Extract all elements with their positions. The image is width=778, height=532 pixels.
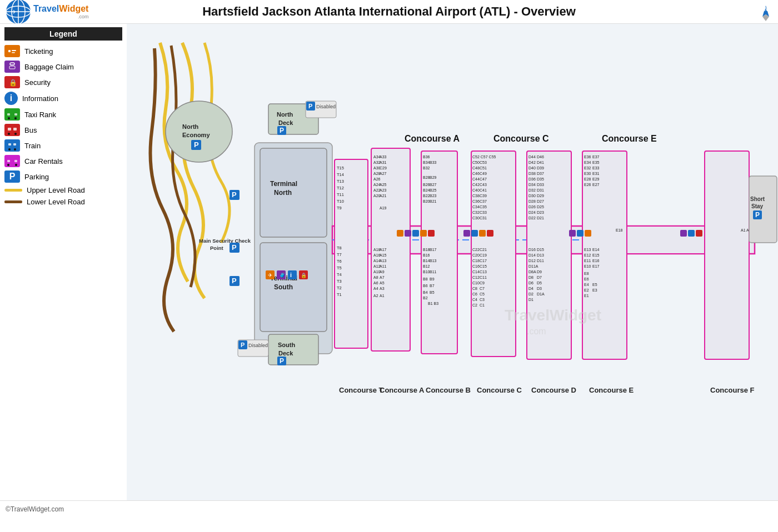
svg-rect-309 (412, 230, 419, 237)
svg-text:C42: C42 (472, 183, 480, 187)
svg-text:North: North (182, 123, 199, 130)
svg-text:A21: A21 (380, 194, 387, 198)
svg-text:A13: A13 (380, 259, 387, 263)
train-icon (4, 139, 20, 152)
svg-text:C8: C8 (472, 287, 477, 290)
svg-text:D29: D29 (537, 194, 544, 198)
svg-text:B20: B20 (423, 199, 430, 203)
svg-text:Point: Point (210, 245, 224, 251)
svg-text:N: N (764, 6, 768, 12)
svg-text:E35: E35 (592, 160, 600, 164)
svg-text:C47: C47 (480, 177, 487, 181)
svg-text:B5: B5 (430, 290, 435, 294)
svg-rect-316 (569, 230, 576, 237)
ticketing-icon (4, 45, 20, 57)
svg-text:D25: D25 (537, 205, 544, 209)
copyright-text: ©TravelWidget.com (6, 505, 64, 513)
legend-item-lower-road: Lower Level Road (4, 197, 122, 207)
svg-text:B27: B27 (430, 183, 437, 187)
svg-text:D36: D36 (528, 177, 536, 181)
svg-text:✈: ✈ (268, 272, 272, 278)
svg-text:Concourse F: Concourse F (710, 386, 755, 394)
svg-text:🔒: 🔒 (301, 272, 307, 279)
baggage-icon (4, 61, 20, 73)
upper-road-label: Upper Level Road (27, 186, 85, 194)
svg-text:C36: C36 (472, 199, 480, 203)
svg-point-32 (8, 148, 11, 150)
legend-item-ticketing: Ticketing (4, 44, 122, 58)
svg-point-20 (8, 117, 10, 119)
svg-text:C40: C40 (472, 188, 480, 192)
legend-item-baggage: Baggage Claim (4, 59, 122, 74)
taxi-label: Taxi Rank (24, 111, 56, 119)
page-title: Hartsfield Jackson Atlanta International… (202, 4, 576, 19)
information-label: Information (22, 94, 58, 103)
svg-text:C32: C32 (472, 210, 480, 214)
svg-text:D13: D13 (537, 253, 544, 257)
svg-text:C53: C53 (480, 160, 487, 164)
svg-text:C7: C7 (480, 287, 485, 290)
svg-text:E31: E31 (592, 172, 600, 175)
svg-text:D22: D22 (528, 216, 536, 220)
legend-item-bus: Bus (4, 123, 122, 137)
svg-rect-36 (7, 160, 10, 162)
svg-text:B28: B28 (423, 175, 430, 179)
svg-text:B6: B6 (423, 284, 428, 288)
legend-item-parking: P Parking (4, 169, 122, 184)
svg-text:D1: D1 (528, 298, 533, 302)
svg-text:Concourse E: Concourse E (602, 134, 657, 143)
svg-rect-311 (428, 230, 435, 237)
lower-road-label: Lower Level Road (27, 198, 85, 206)
upper-road-line (4, 189, 22, 192)
svg-text:A9: A9 (380, 270, 385, 274)
svg-text:C10: C10 (472, 281, 480, 285)
svg-text:C3: C3 (480, 298, 485, 302)
svg-rect-319 (680, 230, 687, 237)
logo-area: ✈ TravelWidget .com (6, 0, 88, 24)
svg-text:Concourse D: Concourse D (531, 386, 576, 394)
svg-text:C44: C44 (472, 177, 480, 181)
svg-text:B10: B10 (423, 270, 430, 274)
svg-text:T12: T12 (337, 185, 344, 190)
svg-text:E15: E15 (592, 253, 600, 257)
svg-text:D1A: D1A (537, 292, 545, 296)
svg-text:P: P (194, 140, 199, 149)
svg-rect-287 (705, 151, 749, 359)
svg-text:D16: D16 (528, 248, 536, 252)
svg-rect-25 (8, 128, 11, 131)
svg-text:C34: C34 (472, 205, 480, 209)
parking-label: Parking (24, 173, 49, 181)
svg-text:C48: C48 (472, 166, 480, 170)
svg-point-38 (7, 164, 9, 166)
svg-text:C35: C35 (480, 205, 487, 209)
train-label: Train (24, 142, 41, 150)
svg-text:C46: C46 (472, 172, 480, 175)
svg-text:D31: D31 (537, 188, 544, 192)
svg-text:D30: D30 (528, 194, 536, 198)
svg-text:Terminal: Terminal (270, 180, 297, 188)
svg-text:C5: C5 (480, 292, 485, 296)
svg-text:A19: A19 (380, 206, 387, 210)
baggage-label: Baggage Claim (24, 63, 74, 71)
svg-text:E8: E8 (584, 272, 589, 275)
svg-text:Economy: Economy (182, 132, 210, 138)
svg-text:E5: E5 (592, 283, 597, 287)
svg-text:A2: A2 (373, 294, 378, 298)
svg-text:C33: C33 (480, 210, 487, 214)
svg-text:.com: .com (527, 327, 546, 336)
svg-text:Short: Short (750, 196, 765, 202)
svg-text:E17: E17 (592, 264, 600, 268)
svg-text:D11A: D11A (528, 264, 538, 268)
svg-text:E14: E14 (592, 248, 600, 252)
svg-text:B7: B7 (430, 284, 435, 288)
svg-point-28 (14, 133, 17, 135)
svg-text:E16: E16 (592, 259, 600, 263)
svg-text:Concourse C: Concourse C (477, 386, 522, 394)
svg-text:Disabled: Disabled (316, 104, 336, 109)
logo-globe-icon: ✈ (6, 0, 31, 24)
svg-text:T8: T8 (337, 245, 342, 250)
svg-text:E33: E33 (592, 166, 600, 170)
legend-item-taxi: Taxi Rank (4, 107, 122, 122)
svg-text:E12: E12 (584, 253, 591, 257)
svg-text:T15: T15 (337, 165, 344, 170)
